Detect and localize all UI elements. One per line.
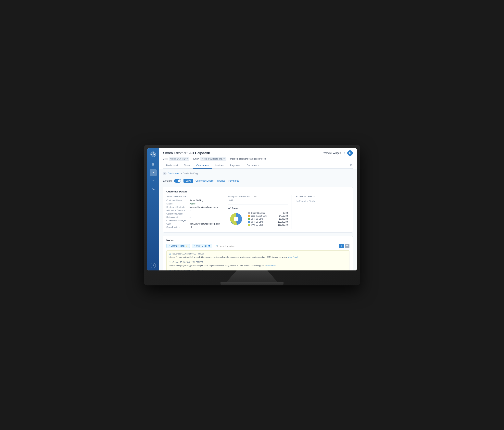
ar-aging-legend: Current Balance $0.00 Less than 30 Days … — [248, 212, 288, 226]
user-avatar[interactable]: E — [347, 150, 353, 156]
search-icon: 🔍 — [216, 245, 218, 247]
svg-rect-9 — [152, 180, 154, 182]
customer-details-card: Customer Details Standard Fields Custome… — [163, 187, 353, 233]
section-divider — [228, 204, 288, 204]
legend-dot-30 — [248, 215, 250, 217]
smartbot-count: 378 — [180, 245, 185, 247]
extended-fields-value: No Extended Fields — [296, 200, 315, 202]
add-note-button[interactable]: + — [339, 244, 344, 248]
nav-tabs: Dashboard Tasks Customers Invoices Payme… — [163, 163, 353, 169]
note-icon-2: ⬡ — [169, 269, 171, 270]
sub-tab-payments[interactable]: Payments — [229, 179, 239, 182]
enrolled-label: Enrolled — [163, 179, 172, 182]
legend-value-30: $4,500.00 — [274, 215, 288, 217]
note-link-0[interactable]: View Email — [288, 256, 297, 258]
sidebar-icon-settings[interactable] — [150, 169, 157, 176]
tab-customers[interactable]: Customers — [193, 163, 212, 169]
tab-payments[interactable]: Payments — [227, 163, 243, 169]
field-collections-agent: Collections Agent -- — [166, 212, 220, 215]
erp-label: ERP: — [163, 158, 168, 160]
erp-chevron: ▼ — [186, 158, 188, 160]
header-meta: ERP: Workday-ARHD ▼ Entity: World of Wid… — [163, 157, 353, 162]
legend-label-60: 30 to 60 Days — [251, 218, 273, 220]
notes-card: Notes ✓ SmartBot 378 ⚡ ✓ User (1) — [163, 236, 353, 270]
filter-button[interactable] — [345, 244, 350, 248]
delegated-row-2: Tags -- — [228, 199, 288, 201]
tags-value: -- — [253, 199, 255, 201]
envelope-icon[interactable]: ✉ — [349, 163, 353, 168]
sidebar-icon-book[interactable] — [150, 177, 157, 184]
breadcrumb-parent-link[interactable]: Customers — [168, 172, 179, 175]
user-icon: 👤 — [208, 245, 210, 247]
extended-fields-heading: Extended Fields — [296, 195, 350, 198]
legend-item-60: 30 to 60 Days $6,999.00 — [248, 218, 288, 220]
note-timestamp-2: ⬡ October 25, 2023 at 12:02 PM EST — [169, 269, 347, 270]
field-label: Open Invoices — [166, 226, 188, 228]
legend-dot-60 — [248, 218, 250, 220]
tags-label: Tags — [228, 199, 252, 201]
sidebar-icon-grid[interactable]: ⊞ — [150, 161, 157, 168]
field-label: Collections Manager — [166, 219, 188, 222]
sidebar-icon-config[interactable] — [150, 186, 157, 193]
tab-tasks[interactable]: Tasks — [181, 163, 193, 169]
notes-search-box[interactable]: 🔍 — [214, 244, 337, 248]
dropdown-chevron[interactable]: ▼ — [343, 152, 345, 154]
note-item-2: ⬡ October 25, 2023 at 12:02 PM EST Jarvi… — [169, 269, 347, 270]
field-value-customer-name: Jarvis Staffing — [189, 199, 203, 201]
svg-point-12 — [153, 189, 153, 190]
entity-badge[interactable]: World of Widgets, Inc. ▼ — [200, 157, 226, 161]
field-csm: CSM csm1@worldofwidgetscorp.com — [166, 223, 220, 225]
app-title: SmartCustomer \ AR Helpdesk — [163, 151, 210, 155]
erp-badge[interactable]: Workday-ARHD ▼ — [169, 157, 189, 161]
note-time-2: October 25, 2023 at 12:02 PM EST — [172, 270, 203, 270]
notes-title: Notes — [166, 239, 350, 242]
toolbar-icons: + — [339, 244, 350, 248]
world-of-widgets-label[interactable]: World of Widgets — [324, 152, 341, 155]
field-label: Collections Agent — [166, 212, 188, 215]
sub-tab-customer-emails[interactable]: Customer Emails — [196, 179, 213, 182]
field-value-status: Active — [189, 202, 196, 205]
field-value-sales-agent: -- — [189, 216, 191, 218]
save-button[interactable]: Save — [183, 179, 193, 183]
tab-invoices[interactable]: Invoices — [212, 163, 227, 169]
app-logo — [150, 151, 157, 158]
erp-selector: ERP: Workday-ARHD ▼ — [163, 157, 189, 161]
sidebar-icon-help[interactable]: ? — [151, 263, 156, 268]
svg-point-4 — [153, 154, 153, 155]
field-sales-agent: Sales Agent -- — [166, 216, 220, 218]
customer-details-title: Customer Details — [166, 190, 350, 193]
smartbot-label: SmartBot — [171, 245, 179, 247]
legend-item-current: Current Balance $0.00 — [248, 212, 288, 214]
legend-label-over-90: Over 90 Days — [251, 224, 273, 226]
note-link-1[interactable]: View Email — [266, 265, 276, 267]
tab-dashboard[interactable]: Dashboard — [163, 163, 181, 169]
ar-aging-pie-chart — [228, 211, 244, 227]
smartbot-icon: ⚡ — [186, 245, 188, 247]
filter-user[interactable]: ✓ User (1) 1 👤 — [192, 244, 212, 248]
note-time-0: November 7, 2023 at 03:22 PM EST — [172, 253, 204, 255]
entity-selector: Entity: World of Widgets, Inc. ▼ — [193, 157, 226, 161]
field-label: Customer Contacts — [166, 206, 188, 208]
legend-label-90: 60 to 90 Days — [251, 221, 273, 223]
filter-smartbot[interactable]: ✓ SmartBot 378 ⚡ — [166, 244, 190, 248]
field-open-invoices: Open Invoices 11 — [166, 226, 220, 228]
legend-label-30: Less than 30 Days — [251, 215, 273, 217]
breadcrumb-back-button[interactable]: ← — [163, 172, 167, 175]
delegated-row-1: Delegated to Auditoria Yes — [228, 195, 288, 198]
note-item-0: ⬡ November 7, 2023 at 03:22 PM EST Inter… — [169, 253, 347, 259]
user-label: User (1) — [196, 245, 203, 247]
standard-fields-heading: Standard Fields — [166, 195, 220, 198]
note-time-1: October 25, 2023 at 12:02 PM EST — [172, 261, 203, 263]
legend-label-current: Current Balance — [251, 212, 273, 214]
note-icon-0: ⬡ — [169, 253, 171, 255]
enrolled-row: Enrolled Save Customer Emails Invoices P… — [163, 178, 353, 184]
legend-dot-current — [248, 212, 250, 214]
field-customer-name: Customer Name Jarvis Staffing — [166, 199, 220, 201]
enrolled-toggle[interactable] — [174, 179, 181, 183]
sub-tab-invoices[interactable]: Invoices — [216, 179, 225, 182]
field-status: Status Active — [166, 202, 220, 205]
mailbox-info: Mailbox: ar@worldofwidgetscorp.com — [230, 158, 267, 160]
tab-documents[interactable]: Documents — [243, 163, 262, 169]
sub-tabs: Customer Emails Invoices Payments — [196, 179, 239, 182]
notes-search-input[interactable] — [220, 245, 335, 247]
